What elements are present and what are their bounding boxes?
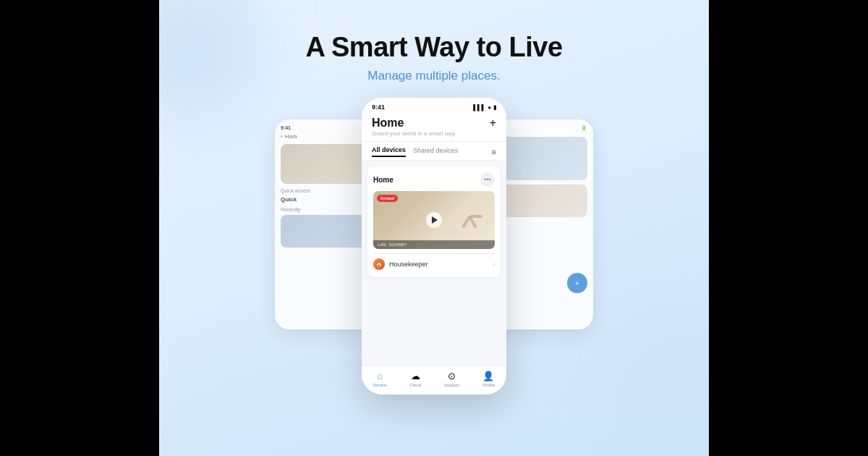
- support-nav-label: Support: [444, 383, 459, 387]
- status-icons: ▌▌▌ ● ▮: [473, 104, 496, 111]
- housekeeper-row[interactable]: 🏠 Housekeeper ›: [373, 253, 495, 271]
- title-section: A Smart Way to Live Manage multiple plac…: [305, 32, 562, 83]
- left-phone-image-2: [281, 215, 370, 248]
- right-status-bar: 🔋: [498, 125, 587, 131]
- menu-icon[interactable]: ≡: [492, 148, 496, 156]
- nav-item-profile[interactable]: 👤 Profile: [482, 371, 495, 387]
- right-battery-icon: 🔋: [581, 125, 587, 131]
- left-phone-time: 9:41: [281, 125, 370, 130]
- right-cam-thumb: [498, 137, 587, 180]
- camera-lan-label: LAN: [378, 242, 386, 247]
- app-header: Home + Guard your world in a smart way: [362, 114, 506, 142]
- app-home-title: Home: [372, 117, 404, 130]
- support-nav-icon: ⊙: [448, 371, 456, 381]
- phone-bg-left: 9:41 ‹ Hom Quick access Quick Recently: [275, 119, 376, 329]
- home-card-header: Home •••: [373, 172, 495, 187]
- tab-all-devices[interactable]: All devices: [372, 146, 406, 157]
- back-arrow-icon: ‹: [281, 133, 283, 140]
- device-nav-icon: ⌂: [377, 371, 383, 381]
- right-cam-thumb-2: [498, 185, 587, 217]
- phones-container: 9:41 ‹ Hom Quick access Quick Recently 🔋: [282, 98, 586, 402]
- phone-bg-right: 🔋 +: [492, 119, 593, 329]
- app-subtitle: Guard your world in a smart way: [372, 130, 496, 137]
- main-title: A Smart Way to Live: [305, 32, 562, 63]
- recently-label: Recently: [281, 207, 370, 212]
- housekeeper-icon: 🏠: [373, 258, 385, 270]
- subtitle: Manage multiple places.: [305, 69, 562, 83]
- camera-footer: LAN D234567: [373, 240, 495, 249]
- back-label: Hom: [285, 133, 297, 140]
- status-bar: 9:41 ▌▌▌ ● ▮: [362, 98, 506, 114]
- nav-item-device[interactable]: ⌂ Device: [373, 371, 386, 387]
- armed-badge: Armed: [377, 195, 398, 202]
- quick-title: Quick: [281, 196, 370, 203]
- center-panel: A Smart Way to Live Manage multiple plac…: [159, 0, 709, 456]
- profile-nav-icon: 👤: [482, 371, 494, 381]
- cloud-nav-label: Cloud: [409, 383, 421, 387]
- cloud-nav-icon: ☁: [411, 371, 420, 381]
- play-button[interactable]: [426, 212, 442, 228]
- battery-icon: ▮: [493, 104, 496, 111]
- quick-access-label: Quick access: [281, 188, 370, 193]
- app-content: Home ••• Armed: [362, 161, 506, 366]
- home-card: Home ••• Armed: [367, 166, 501, 277]
- add-button[interactable]: +: [490, 117, 496, 130]
- device-nav-label: Device: [373, 383, 386, 387]
- profile-nav-label: Profile: [482, 383, 495, 387]
- camera-thumbnail[interactable]: Armed LAN D234567: [373, 191, 495, 249]
- camera-id-label: D234567: [389, 242, 407, 247]
- tabs-bar: All devices Shared devices ≡: [362, 142, 506, 161]
- wifi-icon: ●: [488, 104, 491, 111]
- bg-blob-1: [159, 0, 260, 116]
- more-options-button[interactable]: •••: [480, 172, 495, 187]
- bg-blob-2: [608, 311, 709, 442]
- nav-item-cloud[interactable]: ☁ Cloud: [409, 371, 421, 387]
- bottom-nav: ⌂ Device ☁ Cloud ⊙ Support 👤 Profile: [362, 366, 506, 394]
- housekeeper-chevron-icon: ›: [493, 261, 495, 268]
- phone-main: 9:41 ▌▌▌ ● ▮ Home + Guard your world in …: [362, 98, 506, 394]
- tab-shared-devices[interactable]: Shared devices: [413, 147, 458, 156]
- time-display: 9:41: [372, 104, 385, 111]
- left-phone-image: [281, 144, 370, 184]
- home-card-title: Home: [373, 176, 393, 184]
- housekeeper-label: Housekeeper: [389, 261, 488, 268]
- left-black-panel: [0, 0, 159, 456]
- play-icon: [432, 216, 438, 224]
- right-black-panel: [709, 0, 868, 456]
- right-blue-button[interactable]: +: [567, 273, 587, 293]
- fan-decoration: [455, 202, 484, 231]
- signal-icon: ▌▌▌: [473, 104, 485, 111]
- nav-item-support[interactable]: ⊙ Support: [444, 371, 459, 387]
